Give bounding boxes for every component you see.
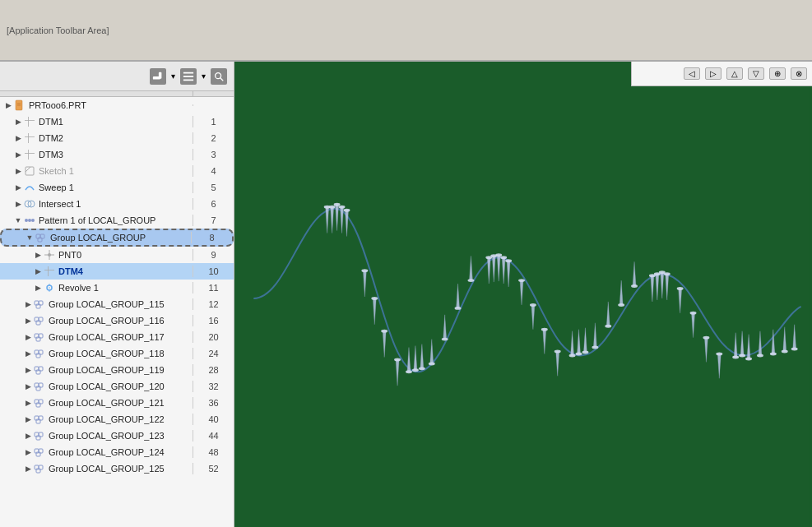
svg-point-127 [467, 279, 474, 282]
expand-btn-grp125[interactable]: ▶ [23, 464, 33, 474]
svg-point-109 [739, 354, 745, 357]
vp-btn-3[interactable]: △ [726, 67, 743, 80]
tree-item-dtm2[interactable]: ▶DTM22 [0, 130, 234, 146]
hammer-icon[interactable] [150, 68, 166, 85]
svg-point-155 [770, 353, 777, 356]
expand-btn-grp121[interactable]: ▶ [23, 398, 33, 408]
expand-btn-pattern1[interactable]: ▼ [13, 215, 23, 225]
group-icon [33, 363, 46, 377]
tree-item-dtm3[interactable]: ▶DTM33 [0, 146, 234, 163]
vp-btn-5[interactable]: ⊕ [769, 67, 786, 80]
expand-btn-intersect1[interactable]: ▶ [13, 199, 23, 209]
vp-btn-1[interactable]: ◁ [684, 67, 700, 80]
expand-btn-dtm2[interactable]: ▶ [13, 133, 23, 143]
group-icon [33, 314, 46, 327]
search-icon[interactable] [211, 68, 227, 85]
tree-item-grp117[interactable]: ▶Group LOCAL_GROUP_11720 [0, 329, 234, 345]
pattern-icon [23, 214, 36, 227]
tree-item-sketch1[interactable]: ▶Sketch 14 [0, 163, 234, 179]
tree-label-pnt0: PNT0 [58, 250, 81, 260]
tree-body[interactable]: ▶PRTooo6.PRT▶DTM11▶DTM22▶DTM33▶Sketch 14… [0, 97, 234, 527]
tree-item-grp124[interactable]: ▶Group LOCAL_GROUP_12448 [0, 444, 234, 460]
feat-grp115: 12 [193, 298, 234, 310]
expand-btn-grp119[interactable]: ▶ [23, 365, 33, 375]
tree-item-grp120[interactable]: ▶Group LOCAL_GROUP_12032 [0, 378, 234, 395]
feat-grp119: 28 [193, 364, 234, 376]
expand-btn-grp120[interactable]: ▶ [23, 381, 33, 391]
tree-label-grp123: Group LOCAL_GROUP_123 [49, 431, 165, 441]
tree-label-intersect1: Intersect 1 [39, 199, 81, 209]
feat-sweep1: 5 [193, 182, 234, 193]
tree-item-grp122[interactable]: ▶Group LOCAL_GROUP_12240 [0, 411, 234, 428]
group-icon [33, 446, 46, 459]
expand-btn-grp117[interactable]: ▶ [23, 332, 33, 342]
expand-btn-grp124[interactable]: ▶ [23, 447, 33, 457]
tree-item-intersect1[interactable]: ▶Intersect 16 [0, 196, 234, 212]
file-icon [13, 99, 26, 112]
tree-item-grp119[interactable]: ▶Group LOCAL_GROUP_11928 [0, 362, 234, 378]
tree-item-grp123[interactable]: ▶Group LOCAL_GROUP_12344 [0, 428, 234, 444]
tree-label-dtm4: DTM4 [58, 266, 83, 276]
expand-btn-revolve1[interactable]: ▶ [33, 283, 43, 293]
svg-point-97 [582, 351, 588, 354]
tree-label-dtm2: DTM2 [39, 133, 63, 143]
feat-grp_local: 8 [191, 232, 232, 243]
feat-grp124: 48 [193, 446, 234, 458]
tree-item-pnt0[interactable]: ▶PNT09 [0, 247, 234, 263]
expand-btn-sketch1[interactable]: ▶ [13, 166, 23, 176]
tree-label-grp122: Group LOCAL_GROUP_122 [49, 414, 165, 424]
expand-btn-grp116[interactable]: ▶ [23, 316, 33, 326]
expand-btn-grp123[interactable]: ▶ [23, 431, 33, 441]
svg-rect-12 [25, 136, 35, 137]
tree-label-grp119: Group LOCAL_GROUP_119 [49, 365, 165, 375]
svg-point-117 [381, 330, 387, 333]
tree-item-grp115[interactable]: ▶Group LOCAL_GROUP_11512 [0, 296, 234, 312]
sweep-icon [23, 181, 36, 194]
vp-btn-2[interactable]: ▷ [705, 67, 722, 80]
tree-item-dtm4[interactable]: ▶DTM410 [0, 263, 234, 280]
tree-item-grp116[interactable]: ▶Group LOCAL_GROUP_11616 [0, 312, 234, 329]
feat-column-header [193, 91, 234, 96]
expand-btn-pnt0[interactable]: ▶ [33, 250, 43, 260]
list-icon[interactable] [180, 68, 197, 85]
feat-grp118: 24 [193, 348, 234, 359]
tree-item-grp_local[interactable]: ▼Group LOCAL_GROUP8 [0, 229, 234, 247]
expand-btn-grp122[interactable]: ▶ [23, 414, 33, 424]
tree-item-prt[interactable]: ▶PRTooo6.PRT [0, 97, 234, 113]
point-icon [43, 248, 56, 261]
expand-btn-grp115[interactable]: ▶ [23, 299, 33, 309]
dropdown-arrow[interactable]: ▾ [171, 72, 175, 81]
expand-btn-grp_local[interactable]: ▼ [25, 233, 35, 243]
tree-item-dtm1[interactable]: ▶DTM11 [0, 113, 234, 130]
tree-label-dtm3: DTM3 [39, 150, 63, 159]
feat-grp122: 40 [193, 414, 234, 425]
expand-btn-sweep1[interactable]: ▶ [13, 183, 23, 192]
plane-icon [23, 132, 36, 145]
svg-point-145 [677, 287, 684, 290]
svg-point-113 [361, 269, 368, 272]
tree-item-revolve1[interactable]: ▶Revolve 111 [0, 280, 234, 296]
svg-rect-13 [28, 133, 29, 143]
svg-point-129 [518, 279, 525, 282]
svg-rect-10 [25, 120, 35, 121]
vp-btn-6[interactable]: ⊗ [791, 67, 807, 80]
svg-rect-65 [237, 62, 809, 527]
tree-item-grp121[interactable]: ▶Group LOCAL_GROUP_12136 [0, 395, 234, 411]
expand-btn-grp118[interactable]: ▶ [23, 349, 33, 358]
svg-point-141 [618, 303, 624, 307]
expand-btn-dtm1[interactable]: ▶ [13, 117, 23, 127]
svg-rect-2 [183, 72, 193, 73]
feat-intersect1: 6 [193, 198, 234, 210]
tree-label-grp117: Group LOCAL_GROUP_117 [49, 332, 165, 342]
tree-item-sweep1[interactable]: ▶Sweep 15 [0, 179, 234, 196]
svg-point-87 [495, 253, 502, 257]
dropdown-arrow2[interactable]: ▾ [202, 72, 206, 81]
vp-btn-4[interactable]: ▽ [748, 67, 764, 80]
tree-item-grp118[interactable]: ▶Group LOCAL_GROUP_11824 [0, 345, 234, 362]
expand-btn-prt[interactable]: ▶ [3, 100, 13, 110]
tree-item-pattern1[interactable]: ▼Pattern 1 of LOCAL_GROUP7 [0, 212, 234, 229]
svg-rect-14 [25, 153, 35, 154]
tree-item-grp125[interactable]: ▶Group LOCAL_GROUP_12552 [0, 460, 234, 477]
expand-btn-dtm4[interactable]: ▶ [33, 266, 43, 276]
expand-btn-dtm3[interactable]: ▶ [13, 150, 23, 159]
